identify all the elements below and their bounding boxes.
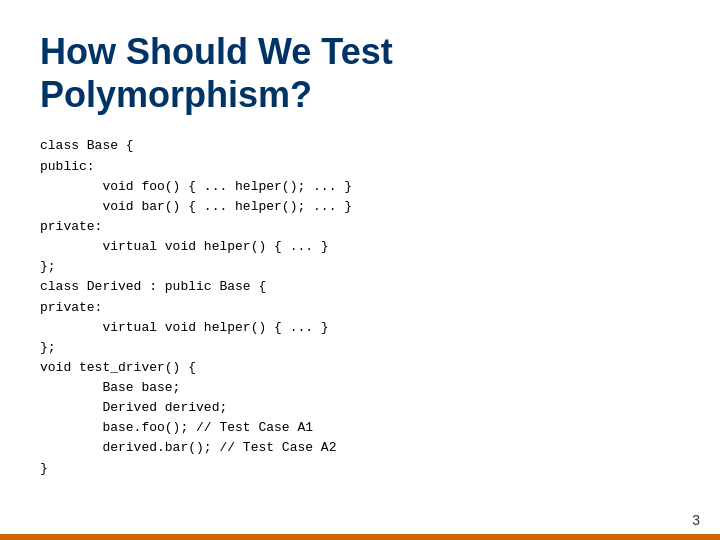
page-number: 3	[692, 512, 700, 528]
slide: How Should We Test Polymorphism? class B…	[0, 0, 720, 540]
title-line1: How Should We Test	[40, 31, 393, 72]
title-line2: Polymorphism?	[40, 74, 312, 115]
bottom-bar	[0, 534, 720, 540]
slide-title: How Should We Test Polymorphism?	[40, 30, 680, 116]
code-block: class Base { public: void foo() { ... he…	[40, 136, 680, 478]
